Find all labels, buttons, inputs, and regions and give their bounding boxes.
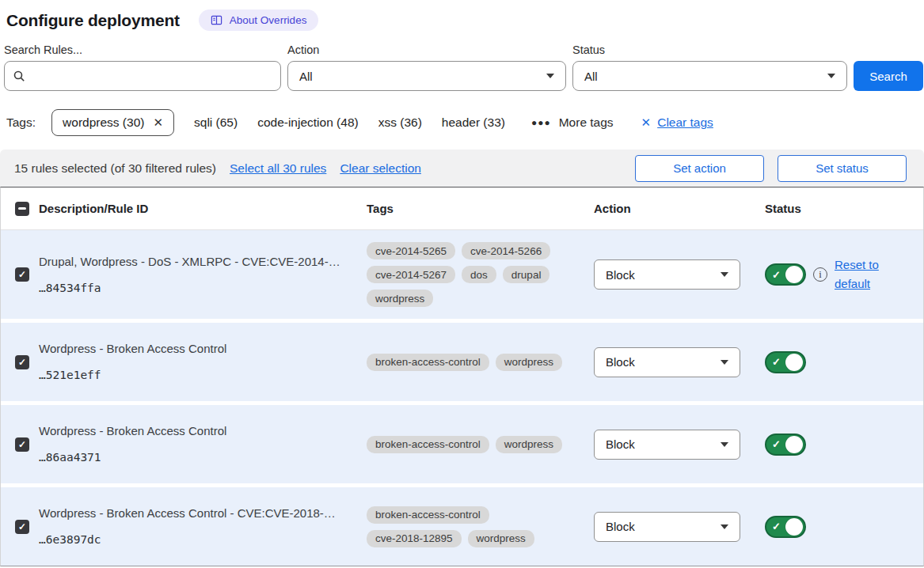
tag-pill: cve-2014-5267 bbox=[367, 266, 455, 283]
indeterminate-mark bbox=[18, 207, 26, 210]
column-header-description: Description/Rule ID bbox=[39, 202, 361, 215]
remove-tag-icon[interactable]: ✕ bbox=[153, 115, 163, 130]
chevron-down-icon bbox=[721, 360, 728, 365]
selected-tag-label: wordpress (30) bbox=[63, 115, 144, 130]
tag-pill: wordpress bbox=[367, 290, 433, 307]
rule-id: …86aa4371 bbox=[39, 449, 350, 465]
row-checkbox[interactable]: ✓ bbox=[15, 355, 29, 369]
check-mark: ✓ bbox=[18, 522, 26, 532]
chevron-down-icon bbox=[721, 442, 728, 447]
rule-id: …6e3897dc bbox=[39, 532, 350, 547]
rule-description-cell: Drupal, Wordpress - DoS - XMLRPC - CVE:C… bbox=[39, 253, 361, 296]
ellipsis-icon: ●●● bbox=[531, 117, 551, 128]
tag-pill: wordpress bbox=[496, 354, 562, 371]
action-filter-select[interactable]: All bbox=[287, 61, 566, 91]
table-header: Description/Rule ID Tags Action Status bbox=[1, 187, 923, 230]
row-checkbox-cell: ✓ bbox=[1, 520, 39, 534]
rule-description-cell: Wordpress - Broken Access Control …86aa4… bbox=[39, 422, 361, 465]
chevron-down-icon bbox=[721, 524, 728, 529]
tag-pill: broken-access-control bbox=[367, 436, 489, 453]
action-select-value: Block bbox=[606, 520, 635, 533]
about-overrides-label: About Overrides bbox=[230, 14, 307, 26]
check-mark: ✓ bbox=[18, 270, 26, 279]
action-filter-value: All bbox=[299, 70, 313, 83]
rule-action-cell: Block bbox=[591, 347, 751, 377]
search-filter-group: Search Rules... bbox=[4, 44, 281, 91]
row-checkbox[interactable]: ✓ bbox=[15, 267, 29, 282]
column-header-tags: Tags bbox=[361, 202, 591, 215]
set-action-button[interactable]: Set action bbox=[635, 155, 764, 182]
filters-row: Search Rules... Action All Status bbox=[0, 31, 924, 91]
action-filter-label: Action bbox=[287, 44, 566, 56]
rule-tags: cve-2014-5265cve-2014-5266cve-2014-5267d… bbox=[367, 242, 572, 307]
tag-option-sqli[interactable]: sqli (65) bbox=[194, 115, 238, 130]
select-all-rules-link[interactable]: Select all 30 rules bbox=[230, 161, 326, 176]
status-toggle[interactable]: ✓ bbox=[765, 351, 806, 373]
search-rules-input[interactable] bbox=[32, 69, 272, 84]
status-filter-label: Status bbox=[572, 44, 847, 56]
rule-description: Wordpress - Broken Access Control bbox=[39, 340, 350, 357]
tag-pill: wordpress bbox=[468, 530, 534, 547]
row-checkbox-cell: ✓ bbox=[1, 437, 39, 452]
tag-pill: broken-access-control bbox=[367, 354, 489, 371]
tag-pill: cve-2018-12895 bbox=[367, 530, 462, 547]
rule-tags-cell: cve-2014-5265cve-2014-5266cve-2014-5267d… bbox=[361, 242, 591, 307]
tag-pill: wordpress bbox=[496, 436, 562, 453]
tags-label: Tags: bbox=[6, 115, 36, 130]
chevron-down-icon bbox=[721, 272, 728, 277]
chevron-down-icon bbox=[827, 74, 835, 78]
search-button[interactable]: Search bbox=[854, 61, 923, 91]
table-body: ✓ Drupal, Wordpress - DoS - XMLRPC - CVE… bbox=[1, 230, 923, 566]
table-row: ✓ Wordpress - Broken Access Control …86a… bbox=[1, 405, 923, 483]
action-select[interactable]: Block bbox=[594, 430, 740, 460]
chevron-down-icon bbox=[546, 74, 554, 78]
selected-tag-wordpress[interactable]: wordpress (30) ✕ bbox=[51, 109, 174, 136]
column-header-action: Action bbox=[591, 202, 751, 215]
rule-description-cell: Wordpress - Broken Access Control - CVE:… bbox=[39, 505, 361, 547]
set-status-button[interactable]: Set status bbox=[778, 155, 907, 182]
select-all-checkbox[interactable] bbox=[15, 202, 29, 216]
selection-bar: 15 rules selected (of 30 filtered rules)… bbox=[0, 150, 924, 187]
tag-option-header[interactable]: header (33) bbox=[442, 115, 505, 130]
reset-to-default-link[interactable]: Reset to default bbox=[835, 256, 885, 293]
status-toggle[interactable]: ✓ bbox=[765, 516, 806, 538]
row-checkbox[interactable]: ✓ bbox=[15, 520, 29, 534]
status-filter-select[interactable]: All bbox=[572, 61, 847, 91]
toggle-knob bbox=[785, 266, 803, 283]
search-rules-label: Search Rules... bbox=[4, 44, 281, 56]
clear-tags-button[interactable]: ✕ Clear tags bbox=[641, 115, 713, 130]
tag-pill: cve-2014-5265 bbox=[367, 242, 455, 259]
rule-tags-cell: broken-access-controlwordpress bbox=[361, 436, 591, 453]
tag-pill: broken-access-control bbox=[367, 506, 489, 524]
rule-tags-cell: broken-access-controlcve-2018-12895wordp… bbox=[361, 506, 591, 547]
action-select-value: Block bbox=[606, 437, 635, 451]
tag-option-code-injection[interactable]: code-injection (48) bbox=[257, 115, 359, 130]
action-select[interactable]: Block bbox=[594, 512, 740, 542]
more-tags-button[interactable]: ●●● More tags bbox=[531, 115, 614, 130]
status-filter-group: Status All bbox=[566, 44, 847, 91]
row-checkbox[interactable]: ✓ bbox=[15, 437, 29, 452]
rule-tags: broken-access-controlwordpress bbox=[367, 436, 572, 453]
toggle-check-icon: ✓ bbox=[772, 438, 781, 450]
action-select[interactable]: Block bbox=[594, 259, 740, 290]
rule-description: Drupal, Wordpress - DoS - XMLRPC - CVE:C… bbox=[39, 253, 350, 270]
header-checkbox-cell bbox=[1, 202, 39, 216]
rule-status-cell: ✓ bbox=[751, 351, 923, 373]
info-icon[interactable]: i bbox=[813, 267, 827, 282]
more-tags-label: More tags bbox=[559, 115, 614, 130]
table-row: ✓ Wordpress - Broken Access Control …521… bbox=[1, 323, 923, 401]
action-select-value: Block bbox=[606, 268, 635, 282]
action-select-value: Block bbox=[606, 355, 635, 369]
page-header: Configure deployment About Overrides bbox=[0, 0, 924, 31]
table-row: ✓ Wordpress - Broken Access Control - CV… bbox=[1, 487, 923, 566]
rule-status-cell: ✓ bbox=[751, 516, 923, 538]
clear-selection-link[interactable]: Clear selection bbox=[340, 161, 421, 176]
rule-description: Wordpress - Broken Access Control bbox=[39, 422, 350, 439]
tag-option-xss[interactable]: xss (36) bbox=[378, 115, 422, 130]
action-select[interactable]: Block bbox=[594, 347, 740, 377]
status-toggle[interactable]: ✓ bbox=[765, 263, 806, 286]
search-icon bbox=[13, 70, 25, 82]
table-row: ✓ Drupal, Wordpress - DoS - XMLRPC - CVE… bbox=[1, 230, 923, 319]
about-overrides-badge[interactable]: About Overrides bbox=[199, 9, 319, 31]
status-toggle[interactable]: ✓ bbox=[765, 434, 806, 456]
